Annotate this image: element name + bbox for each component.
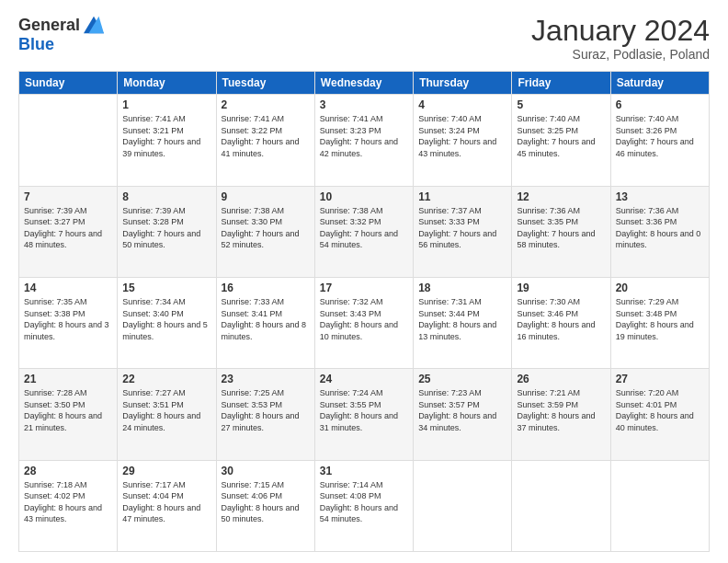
week-row-2: 14Sunrise: 7:35 AMSunset: 3:38 PMDayligh… [19, 277, 710, 368]
day-info: Sunrise: 7:18 AMSunset: 4:02 PMDaylight:… [24, 479, 112, 525]
calendar-cell: 2Sunrise: 7:41 AMSunset: 3:22 PMDaylight… [216, 95, 314, 186]
col-tuesday: Tuesday [216, 72, 314, 95]
calendar-cell [610, 460, 709, 551]
day-info: Sunrise: 7:30 AMSunset: 3:46 PMDaylight:… [517, 296, 605, 342]
day-number: 15 [122, 282, 210, 294]
week-row-1: 7Sunrise: 7:39 AMSunset: 3:27 PMDaylight… [19, 186, 710, 277]
day-number: 2 [222, 98, 310, 111]
day-number: 22 [122, 373, 210, 385]
day-number: 14 [24, 282, 112, 294]
col-monday: Monday [118, 72, 216, 95]
calendar-cell: 19Sunrise: 7:30 AMSunset: 3:46 PMDayligh… [512, 277, 610, 368]
day-info: Sunrise: 7:40 AMSunset: 3:26 PMDaylight:… [616, 113, 704, 159]
day-number: 6 [616, 98, 704, 111]
calendar-cell: 3Sunrise: 7:41 AMSunset: 3:23 PMDaylight… [314, 95, 413, 186]
calendar-cell: 15Sunrise: 7:34 AMSunset: 3:40 PMDayligh… [118, 277, 216, 368]
day-number: 11 [418, 190, 506, 203]
day-info: Sunrise: 7:34 AMSunset: 3:40 PMDaylight:… [122, 296, 210, 342]
week-row-4: 28Sunrise: 7:18 AMSunset: 4:02 PMDayligh… [19, 460, 710, 551]
day-info: Sunrise: 7:36 AMSunset: 3:35 PMDaylight:… [517, 205, 605, 251]
day-info: Sunrise: 7:40 AMSunset: 3:25 PMDaylight:… [517, 113, 605, 159]
calendar-cell: 12Sunrise: 7:36 AMSunset: 3:35 PMDayligh… [512, 186, 610, 277]
day-number: 10 [320, 190, 408, 203]
day-info: Sunrise: 7:33 AMSunset: 3:41 PMDaylight:… [222, 296, 310, 342]
col-friday: Friday [512, 72, 610, 95]
day-info: Sunrise: 7:21 AMSunset: 3:59 PMDaylight:… [517, 387, 605, 433]
calendar-cell: 11Sunrise: 7:37 AMSunset: 3:33 PMDayligh… [414, 186, 512, 277]
day-number: 17 [320, 282, 408, 294]
day-number: 21 [24, 373, 112, 385]
header: General Blue January 2024 Suraz, Podlasi… [18, 15, 710, 62]
day-info: Sunrise: 7:36 AMSunset: 3:36 PMDaylight:… [616, 205, 704, 251]
day-info: Sunrise: 7:28 AMSunset: 3:50 PMDaylight:… [24, 387, 112, 433]
day-info: Sunrise: 7:37 AMSunset: 3:33 PMDaylight:… [418, 205, 506, 251]
month-title: January 2024 [531, 15, 710, 47]
header-row: Sunday Monday Tuesday Wednesday Thursday… [19, 72, 710, 95]
day-info: Sunrise: 7:32 AMSunset: 3:43 PMDaylight:… [320, 296, 408, 342]
day-info: Sunrise: 7:39 AMSunset: 3:27 PMDaylight:… [24, 205, 112, 251]
day-number: 25 [418, 373, 506, 385]
calendar-cell [414, 460, 512, 551]
logo-general-text: General [18, 16, 80, 35]
day-info: Sunrise: 7:27 AMSunset: 3:51 PMDaylight:… [122, 387, 210, 433]
day-info: Sunrise: 7:29 AMSunset: 3:48 PMDaylight:… [616, 296, 704, 342]
calendar-cell [512, 460, 610, 551]
day-info: Sunrise: 7:15 AMSunset: 4:06 PMDaylight:… [222, 479, 310, 525]
calendar-cell: 29Sunrise: 7:17 AMSunset: 4:04 PMDayligh… [118, 460, 216, 551]
col-sunday: Sunday [19, 72, 118, 95]
day-info: Sunrise: 7:31 AMSunset: 3:44 PMDaylight:… [418, 296, 506, 342]
day-number: 5 [517, 98, 605, 111]
day-number: 23 [222, 373, 310, 385]
day-info: Sunrise: 7:24 AMSunset: 3:55 PMDaylight:… [320, 387, 408, 433]
day-info: Sunrise: 7:20 AMSunset: 4:01 PMDaylight:… [616, 387, 704, 433]
calendar-cell: 6Sunrise: 7:40 AMSunset: 3:26 PMDaylight… [610, 95, 709, 186]
calendar-cell: 27Sunrise: 7:20 AMSunset: 4:01 PMDayligh… [610, 369, 709, 460]
day-info: Sunrise: 7:17 AMSunset: 4:04 PMDaylight:… [122, 479, 210, 525]
calendar-cell: 23Sunrise: 7:25 AMSunset: 3:53 PMDayligh… [216, 369, 314, 460]
logo: General Blue [18, 15, 104, 54]
col-wednesday: Wednesday [314, 72, 413, 95]
calendar-cell: 4Sunrise: 7:40 AMSunset: 3:24 PMDaylight… [414, 95, 512, 186]
day-number: 13 [616, 190, 704, 203]
day-number: 4 [418, 98, 506, 111]
day-info: Sunrise: 7:40 AMSunset: 3:24 PMDaylight:… [418, 113, 506, 159]
calendar-cell: 10Sunrise: 7:38 AMSunset: 3:32 PMDayligh… [314, 186, 413, 277]
day-number: 28 [24, 465, 112, 477]
day-info: Sunrise: 7:38 AMSunset: 3:32 PMDaylight:… [320, 205, 408, 251]
week-row-3: 21Sunrise: 7:28 AMSunset: 3:50 PMDayligh… [19, 369, 710, 460]
day-info: Sunrise: 7:41 AMSunset: 3:22 PMDaylight:… [222, 113, 310, 159]
calendar-cell [19, 95, 118, 186]
day-number: 20 [616, 282, 704, 294]
day-number: 18 [418, 282, 506, 294]
calendar-cell: 17Sunrise: 7:32 AMSunset: 3:43 PMDayligh… [314, 277, 413, 368]
day-info: Sunrise: 7:39 AMSunset: 3:28 PMDaylight:… [122, 205, 210, 251]
calendar-cell: 1Sunrise: 7:41 AMSunset: 3:21 PMDaylight… [118, 95, 216, 186]
title-section: January 2024 Suraz, Podlasie, Poland [531, 15, 710, 62]
calendar-cell: 20Sunrise: 7:29 AMSunset: 3:48 PMDayligh… [610, 277, 709, 368]
page: General Blue January 2024 Suraz, Podlasi… [0, 0, 728, 563]
calendar-cell: 5Sunrise: 7:40 AMSunset: 3:25 PMDaylight… [512, 95, 610, 186]
day-number: 8 [122, 190, 210, 203]
day-number: 29 [122, 465, 210, 477]
calendar-cell: 13Sunrise: 7:36 AMSunset: 3:36 PMDayligh… [610, 186, 709, 277]
day-number: 1 [122, 98, 210, 111]
day-info: Sunrise: 7:35 AMSunset: 3:38 PMDaylight:… [24, 296, 112, 342]
day-number: 7 [24, 190, 112, 203]
calendar-cell: 22Sunrise: 7:27 AMSunset: 3:51 PMDayligh… [118, 369, 216, 460]
calendar-cell: 18Sunrise: 7:31 AMSunset: 3:44 PMDayligh… [414, 277, 512, 368]
week-row-0: 1Sunrise: 7:41 AMSunset: 3:21 PMDaylight… [19, 95, 710, 186]
calendar-table: Sunday Monday Tuesday Wednesday Thursday… [18, 71, 710, 552]
day-info: Sunrise: 7:41 AMSunset: 3:21 PMDaylight:… [122, 113, 210, 159]
day-info: Sunrise: 7:38 AMSunset: 3:30 PMDaylight:… [222, 205, 310, 251]
logo-blue-text: Blue [18, 35, 54, 54]
calendar-cell: 7Sunrise: 7:39 AMSunset: 3:27 PMDaylight… [19, 186, 118, 277]
day-number: 3 [320, 98, 408, 111]
day-info: Sunrise: 7:41 AMSunset: 3:23 PMDaylight:… [320, 113, 408, 159]
day-number: 24 [320, 373, 408, 385]
calendar-cell: 14Sunrise: 7:35 AMSunset: 3:38 PMDayligh… [19, 277, 118, 368]
col-saturday: Saturday [610, 72, 709, 95]
day-info: Sunrise: 7:14 AMSunset: 4:08 PMDaylight:… [320, 479, 408, 525]
day-number: 16 [222, 282, 310, 294]
calendar-cell: 25Sunrise: 7:23 AMSunset: 3:57 PMDayligh… [414, 369, 512, 460]
calendar-cell: 21Sunrise: 7:28 AMSunset: 3:50 PMDayligh… [19, 369, 118, 460]
